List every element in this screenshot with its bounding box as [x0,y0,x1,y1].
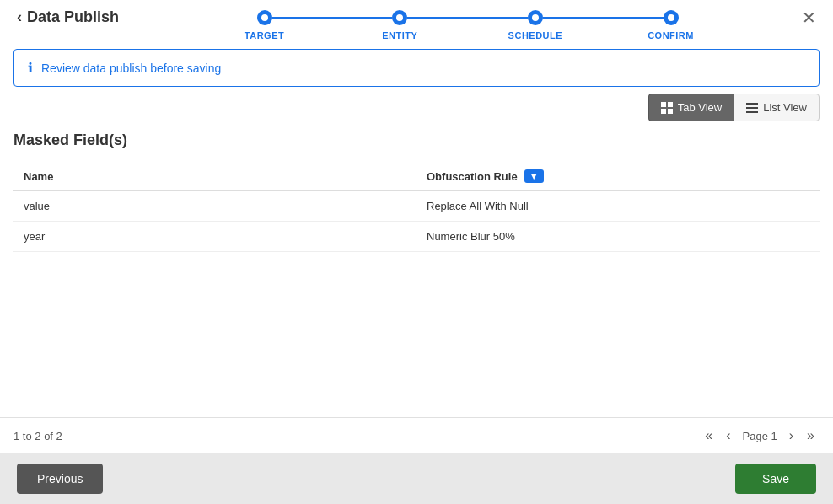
next-page-button[interactable]: › [784,426,798,445]
svg-rect-5 [746,107,758,109]
footer: Previous Save [0,453,833,504]
step-line-1 [272,17,393,19]
svg-rect-4 [746,103,758,105]
info-banner: ℹ Review data publish before saving [13,49,820,87]
step-entity: ENTITY [392,10,407,25]
save-button[interactable]: Save [735,464,816,494]
step-confirm: CONFIRM [664,10,679,25]
step-schedule: SCHEDULE [528,10,543,25]
cell-name-1: value [13,190,416,222]
svg-rect-1 [668,102,673,107]
step-circle-confirm [664,10,679,25]
step-circle-target [257,10,272,25]
obfuscation-rule-dropdown[interactable]: ▼ [524,169,544,183]
previous-button[interactable]: Previous [17,464,103,494]
pagination: 1 to 2 of 2 « ‹ Page 1 › » [0,417,833,453]
page-title: Data Publish [27,8,119,26]
svg-rect-6 [746,111,758,113]
cell-rule-2: Numeric Blur 50% [416,222,820,252]
modal-container: ‹ Data Publish TARGET ENTITY [0,0,833,504]
table-row: year Numeric Blur 50% [13,222,820,252]
svg-rect-0 [661,102,666,107]
step-label-confirm: CONFIRM [648,30,694,40]
cell-rule-1: Replace All With Null [416,190,820,222]
list-view-button[interactable]: List View [734,94,820,121]
col-header-name: Name [13,163,416,190]
cell-name-2: year [13,222,416,252]
section-title: Masked Field(s) [13,131,820,149]
step-line-2 [407,17,528,19]
close-button[interactable]: ✕ [802,9,816,26]
info-icon: ℹ [28,60,33,76]
svg-rect-2 [661,109,666,114]
last-page-button[interactable]: » [802,426,820,445]
step-target: TARGET [257,10,272,25]
header: ‹ Data Publish TARGET ENTITY [0,0,833,35]
prev-page-button[interactable]: ‹ [721,426,735,445]
step-circle-entity [392,10,407,25]
info-text: Review data publish before saving [41,62,221,75]
svg-rect-3 [668,109,673,114]
tab-view-button[interactable]: Tab View [648,94,734,121]
step-label-schedule: SCHEDULE [508,30,563,40]
masked-fields-table: Name Obfuscation Rule ▼ value Repla [13,163,820,252]
step-line-3 [543,17,664,19]
tab-view-icon [661,102,673,114]
stepper-container: TARGET ENTITY SCHEDULE [119,10,816,25]
back-button[interactable]: ‹ Data Publish [17,8,119,26]
pagination-controls: « ‹ Page 1 › » [700,426,820,445]
step-label-target: TARGET [245,30,284,40]
pagination-summary: 1 to 2 of 2 [13,430,62,442]
stepper: TARGET ENTITY SCHEDULE [257,10,679,25]
content-area: Tab View List View Masked Field(s) Name [0,94,833,417]
step-label-entity: ENTITY [382,30,417,40]
back-icon: ‹ [17,8,22,26]
view-toggle: Tab View List View [13,94,820,121]
table-row: value Replace All With Null [13,190,820,222]
page-label: Page 1 [739,430,781,442]
table-wrapper: Name Obfuscation Rule ▼ value Repla [13,163,820,417]
list-view-icon [746,102,758,114]
step-circle-schedule [528,10,543,25]
col-header-obfuscation: Obfuscation Rule ▼ [416,163,820,190]
first-page-button[interactable]: « [700,426,717,445]
